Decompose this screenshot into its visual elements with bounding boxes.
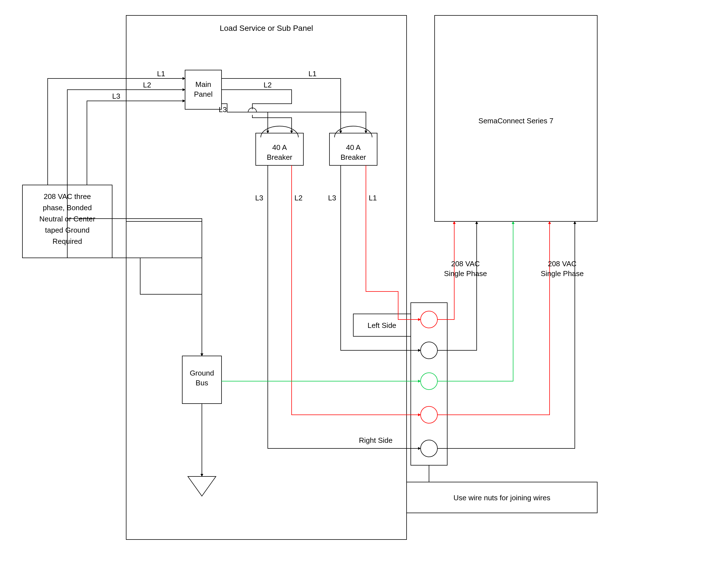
wire-ground-feed	[67, 222, 202, 356]
terminal-3-green	[421, 373, 437, 390]
wire-dev-green	[437, 222, 513, 381]
wire-brk1-l3-black	[268, 202, 421, 448]
label-l2-in: L2	[143, 81, 151, 89]
label-l3-in: L3	[112, 92, 120, 100]
note-text: Use wire nuts for joining wires	[453, 493, 550, 502]
terminal-4-red	[421, 406, 437, 423]
phase-left-1: 208 VAC	[451, 259, 480, 268]
wire-brk1-l2-red	[292, 202, 421, 415]
label-brk1-l2: L2	[294, 194, 303, 202]
wire-l3-out-a	[222, 104, 268, 133]
main-panel-1: Main	[196, 80, 211, 88]
phase-left-2: Single Phase	[444, 269, 487, 278]
wire-nut-block	[411, 303, 447, 465]
label-l1-out: L1	[308, 69, 316, 78]
left-side-label: Left Side	[368, 321, 396, 330]
label-l3-out: L3	[219, 105, 227, 114]
device-label: SemaConnect Series 7	[478, 117, 553, 125]
phase-right-2: Single Phase	[540, 269, 584, 278]
panel-title: Load Service or Sub Panel	[220, 24, 313, 33]
ground-bus-1: Ground	[190, 369, 214, 377]
wire-l3-in	[87, 101, 185, 185]
wire-ground-in	[143, 258, 202, 356]
wire-l3-out-b	[268, 112, 366, 133]
wire-dev-left-black	[437, 222, 477, 350]
label-l1-in: L1	[157, 69, 165, 78]
ground-symbol	[188, 477, 216, 496]
right-side-label: Right Side	[359, 436, 392, 444]
wiring-diagram: Load Service or Sub Panel 208 VAC three …	[0, 0, 715, 588]
label-brk1-l3: L3	[255, 194, 263, 202]
label-brk2-l3: L3	[328, 194, 336, 202]
breaker-1-rating: 40 A	[272, 143, 287, 152]
label-brk2-l1: L1	[369, 194, 377, 202]
label-l2-out: L2	[264, 81, 272, 89]
breaker-2-arc	[334, 126, 372, 137]
phase-right-1: 208 VAC	[548, 259, 576, 268]
wire-dev-right-black	[437, 222, 575, 448]
breaker-1-label: Breaker	[267, 153, 292, 162]
breaker-1-arc	[261, 126, 298, 137]
load-service-panel	[126, 16, 407, 540]
main-panel-box	[185, 70, 222, 109]
terminal-5-black	[421, 440, 437, 457]
main-panel-2: Panel	[194, 90, 213, 98]
breaker-2-label: Breaker	[341, 153, 366, 162]
ground-bus-2: Bus	[196, 379, 208, 387]
wire-l1-out	[222, 79, 341, 133]
breaker-2-rating: 40 A	[346, 143, 361, 152]
terminal-2-black	[421, 342, 437, 359]
terminal-1-red	[421, 311, 437, 328]
wire-brk2-l1-red	[366, 202, 421, 319]
